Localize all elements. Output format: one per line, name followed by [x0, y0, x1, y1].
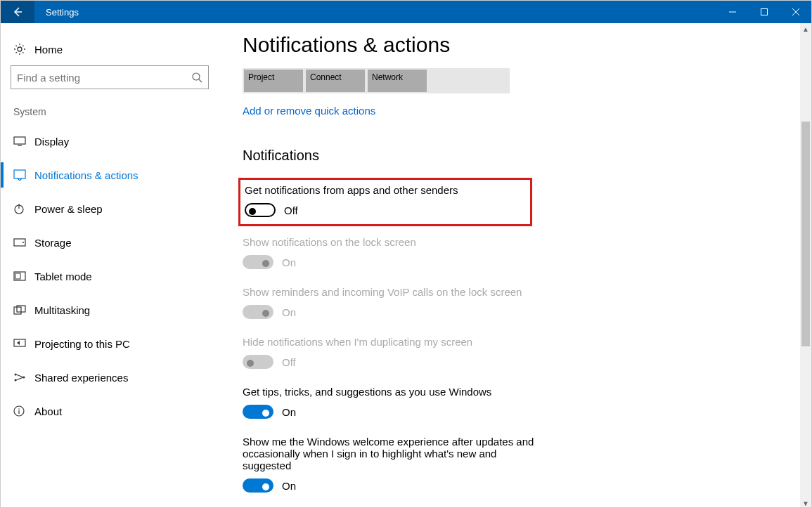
notifications-section-title: Notifications: [243, 148, 777, 164]
toggle-state-2: On: [282, 306, 296, 318]
setting-label-0: Get notifications from apps and other se…: [240, 184, 530, 196]
setting-label-3: Hide notifications when I'm duplicating …: [243, 336, 545, 348]
nav-label: About: [34, 405, 62, 417]
setting-label-2: Show reminders and incoming VoIP calls o…: [243, 286, 545, 298]
content-area: Home System Display Notifications & acti…: [1, 23, 811, 508]
search-input[interactable]: [17, 72, 191, 84]
svg-rect-4: [14, 170, 25, 178]
svg-point-13: [15, 374, 17, 376]
toggle-hide-duplicating: [243, 355, 273, 369]
svg-point-14: [23, 377, 25, 379]
qa-tile-connect[interactable]: Connect: [306, 70, 365, 92]
nav-label: Display: [34, 136, 69, 148]
toggle-lock-screen-notifications: [243, 255, 273, 269]
highlight-box: Get notifications from apps and other se…: [238, 178, 532, 226]
toggle-state-0: Off: [284, 204, 298, 216]
svg-point-7: [22, 242, 24, 243]
shared-icon: [13, 372, 34, 383]
close-icon: [792, 8, 800, 16]
maximize-icon: [760, 8, 768, 16]
titlebar: Settings: [1, 1, 811, 23]
maximize-button[interactable]: [748, 1, 780, 23]
svg-rect-0: [761, 9, 767, 15]
scrollbar[interactable]: ▲ ▼: [800, 23, 811, 508]
projecting-icon: [13, 339, 34, 349]
nav-projecting[interactable]: Projecting to this PC: [1, 327, 219, 360]
svg-point-17: [18, 408, 20, 410]
toggle-reminders-voip: [243, 305, 273, 319]
scrollbar-arrow-up[interactable]: ▲: [800, 23, 811, 34]
page-title: Notifications & actions: [243, 33, 777, 57]
arrow-left-icon: [12, 6, 23, 18]
setting-label-4: Get tips, tricks, and suggestions as you…: [243, 386, 545, 398]
svg-point-1: [18, 47, 22, 51]
power-icon: [13, 203, 34, 214]
search-box[interactable]: [11, 65, 209, 89]
notifications-icon: [13, 169, 34, 181]
toggle-state-4: On: [282, 406, 296, 418]
home-label: Home: [34, 44, 63, 56]
window-controls: [695, 1, 811, 23]
toggle-state-1: On: [282, 256, 296, 268]
monitor-icon: [13, 136, 34, 146]
nav-label: Notifications & actions: [34, 169, 138, 181]
toggle-get-notifications[interactable]: [245, 203, 276, 217]
scrollbar-thumb[interactable]: [801, 122, 810, 346]
nav-label: Multitasking: [34, 304, 90, 316]
svg-rect-3: [14, 137, 25, 144]
svg-point-15: [15, 379, 17, 382]
nav-about[interactable]: About: [1, 394, 219, 428]
quick-actions-row: Project Connect Network: [243, 68, 510, 93]
scrollbar-arrow-down[interactable]: ▼: [800, 497, 811, 508]
toggle-tips-tricks[interactable]: [243, 405, 273, 419]
setting-label-5: Show me the Windows welcome experience a…: [243, 436, 545, 471]
nav-tablet-mode[interactable]: Tablet mode: [1, 259, 219, 293]
svg-point-2: [193, 73, 200, 80]
info-icon: [13, 405, 34, 417]
setting-label-1: Show notifications on the lock screen: [243, 236, 545, 248]
nav-multitasking[interactable]: Multitasking: [1, 293, 219, 327]
qa-tile-project[interactable]: Project: [244, 70, 303, 92]
toggle-welcome-experience[interactable]: [243, 478, 273, 493]
home-button[interactable]: Home: [1, 36, 219, 65]
toggle-state-3: Off: [282, 356, 296, 368]
multitasking-icon: [13, 305, 34, 315]
nav-label: Shared experiences: [34, 372, 128, 384]
nav-label: Projecting to this PC: [34, 338, 130, 350]
svg-rect-10: [14, 307, 21, 314]
window-title: Settings: [46, 7, 79, 18]
search-wrap: [1, 65, 219, 102]
nav-display[interactable]: Display: [1, 124, 219, 158]
category-header: System: [1, 102, 219, 124]
qa-tile-network[interactable]: Network: [368, 70, 427, 92]
back-button[interactable]: [1, 1, 34, 23]
nav-shared-experiences[interactable]: Shared experiences: [1, 360, 219, 394]
close-button[interactable]: [780, 1, 811, 23]
quick-actions-link[interactable]: Add or remove quick actions: [243, 105, 777, 117]
nav-notifications-actions[interactable]: Notifications & actions: [1, 158, 219, 192]
nav-label: Storage: [34, 237, 72, 249]
toggle-state-5: On: [282, 480, 296, 492]
nav-storage[interactable]: Storage: [1, 226, 219, 259]
minimize-icon: [728, 8, 737, 16]
sidebar: Home System Display Notifications & acti…: [1, 23, 219, 508]
nav-power-sleep[interactable]: Power & sleep: [1, 192, 219, 226]
storage-icon: [13, 238, 34, 247]
search-icon: [191, 72, 202, 83]
nav-label: Power & sleep: [34, 203, 103, 215]
svg-rect-9: [15, 273, 20, 279]
main-panel: Notifications & actions Project Connect …: [219, 23, 811, 508]
nav-label: Tablet mode: [34, 271, 92, 282]
tablet-icon: [13, 271, 34, 281]
gear-icon: [13, 43, 34, 56]
minimize-button[interactable]: [716, 1, 748, 23]
